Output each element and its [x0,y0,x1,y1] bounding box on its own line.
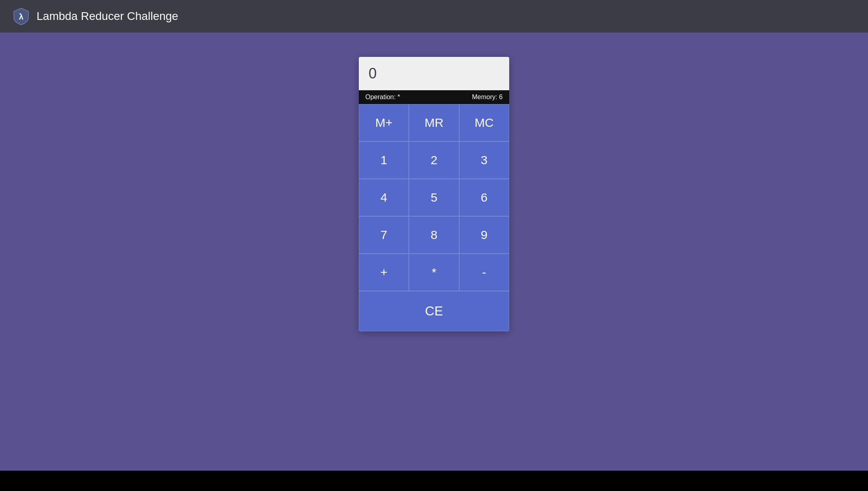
button-plus[interactable]: + [359,254,409,291]
app-header: λ Lambda Reducer Challenge [0,0,868,33]
svg-text:λ: λ [19,12,23,21]
display: 0 [359,57,509,90]
button-5[interactable]: 5 [409,179,459,216]
button-multiply[interactable]: * [409,254,459,291]
display-value: 0 [369,65,377,82]
app-title: Lambda Reducer Challenge [37,10,178,23]
button-7[interactable]: 7 [359,216,409,254]
button-mc[interactable]: MC [459,104,509,141]
button-4[interactable]: 4 [359,179,409,216]
button-3[interactable]: 3 [459,141,509,179]
lambda-shield-icon: λ [12,7,30,25]
button-9[interactable]: 9 [459,216,509,254]
buttons-grid: M+ MR MC 1 2 3 4 5 6 7 8 9 + * - CE [359,104,509,331]
button-ce[interactable]: CE [359,291,509,331]
operation-status: Operation: * [365,93,400,101]
main-content: 0 Operation: * Memory: 6 M+ MR MC 1 2 3 … [0,33,868,471]
button-6[interactable]: 6 [459,179,509,216]
footer-bar [0,471,868,491]
button-1[interactable]: 1 [359,141,409,179]
calculator: 0 Operation: * Memory: 6 M+ MR MC 1 2 3 … [359,57,509,331]
button-minus[interactable]: - [459,254,509,291]
button-mr[interactable]: MR [409,104,459,141]
status-bar: Operation: * Memory: 6 [359,90,509,104]
memory-status: Memory: 6 [472,93,503,101]
button-8[interactable]: 8 [409,216,459,254]
button-2[interactable]: 2 [409,141,459,179]
button-m-plus[interactable]: M+ [359,104,409,141]
